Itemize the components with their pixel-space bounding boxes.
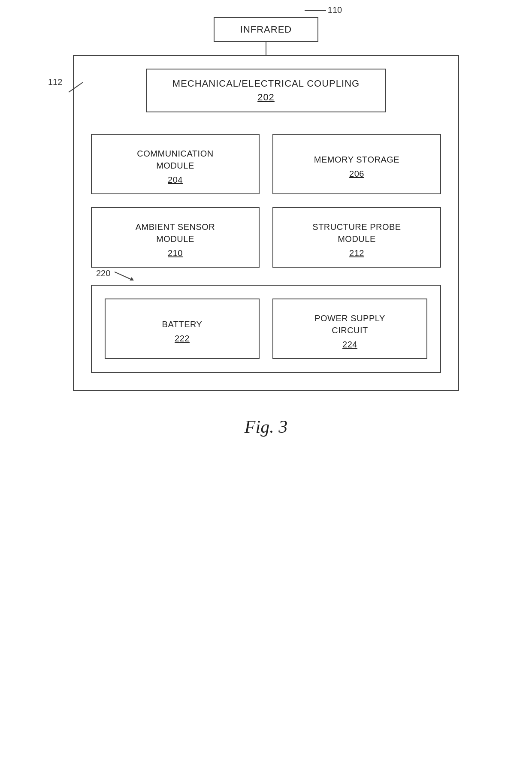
communication-module-box: COMMUNICATIONMODULE 204 <box>91 134 260 194</box>
ambient-sensor-label: AMBIENT SENSORMODULE <box>136 221 215 245</box>
mec-label: MECHANICAL/ELECTRICAL COUPLING <box>172 78 360 89</box>
mec-coupling-box: MECHANICAL/ELECTRICAL COUPLING 202 <box>146 69 386 112</box>
svg-line-0 <box>115 272 132 280</box>
ref-112: 112 <box>48 77 62 87</box>
ambient-sensor-ref: 210 <box>168 248 183 258</box>
structure-probe-label: STRUCTURE PROBEMODULE <box>312 221 401 245</box>
memory-storage-ref: 206 <box>349 169 364 179</box>
connector-line-infrared-to-main <box>266 42 266 55</box>
infrared-label: INFRARED <box>240 24 292 35</box>
power-supply-label: POWER SUPPLYCIRCUIT <box>314 312 385 336</box>
mec-ref: 202 <box>164 92 368 103</box>
battery-label: BATTERY <box>162 318 203 330</box>
ref-110: 110 <box>328 5 342 15</box>
comm-module-label: COMMUNICATIONMODULE <box>137 148 213 172</box>
figure-caption: Fig. 3 <box>245 416 287 437</box>
ref-220-label: 220 <box>96 268 140 280</box>
comm-module-ref: 204 <box>168 175 183 185</box>
battery-ref: 222 <box>175 334 190 344</box>
power-section-box: 220 BATTERY 222 POWER SUPPLYCIRCUIT 224 <box>91 285 441 373</box>
memory-storage-label: MEMORY STORAGE <box>314 154 399 166</box>
infrared-label-row: INFRARED 110 <box>214 17 318 42</box>
memory-storage-box: MEMORY STORAGE 206 <box>272 134 441 194</box>
power-supply-circuit-box: POWER SUPPLYCIRCUIT 224 <box>272 299 427 359</box>
diagram-container: INFRARED 110 112 MECHANICAL/ELECTRICAL C… <box>26 17 506 437</box>
structure-probe-module-box: STRUCTURE PROBEMODULE 212 <box>272 207 441 268</box>
ambient-sensor-module-box: AMBIENT SENSORMODULE 210 <box>91 207 260 268</box>
infrared-box: INFRARED <box>214 17 318 42</box>
main-outer-box: 112 MECHANICAL/ELECTRICAL COUPLING 202 C… <box>73 55 459 391</box>
power-supply-ref: 224 <box>342 340 357 350</box>
modules-grid: COMMUNICATIONMODULE 204 MEMORY STORAGE 2… <box>91 134 441 268</box>
ref-112-label: 112 <box>48 77 83 87</box>
structure-probe-ref: 212 <box>349 248 364 258</box>
ref-220: 220 <box>96 268 110 278</box>
battery-box: BATTERY 222 <box>105 299 260 359</box>
infrared-area: INFRARED 110 <box>214 17 318 55</box>
